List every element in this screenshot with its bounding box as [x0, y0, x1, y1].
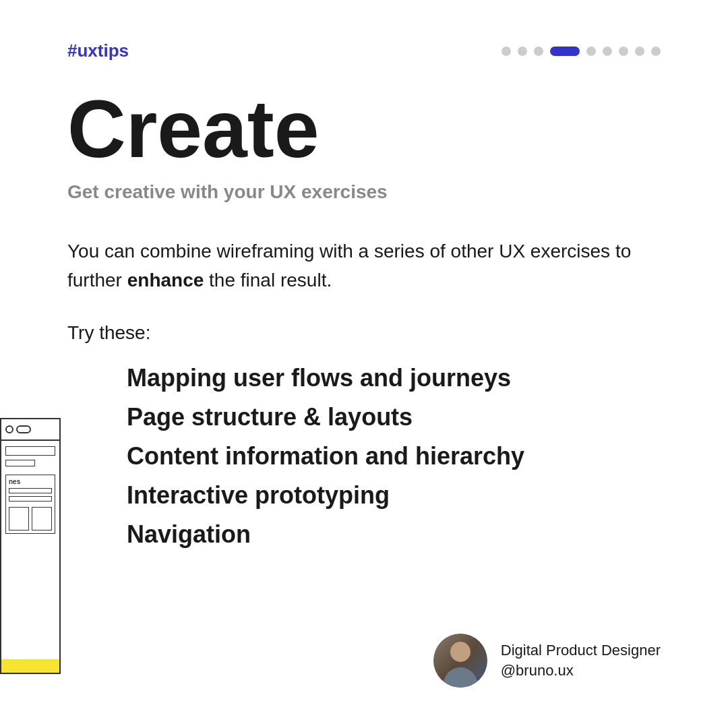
page-container: #uxtips Create Get creative with your UX… — [0, 0, 728, 728]
dot-8 — [635, 47, 644, 56]
list-item-4: Interactive prototyping — [121, 481, 661, 510]
body-text-bold: enhance — [127, 270, 204, 291]
dot-5 — [586, 47, 596, 56]
list-container: Mapping user flows and journeys Page str… — [121, 364, 661, 549]
author-title: Digital Product Designer — [501, 642, 661, 659]
dot-9 — [651, 47, 661, 56]
list-item-2: Page structure & layouts — [121, 403, 661, 431]
author-info: Digital Product Designer @bruno.ux — [501, 642, 661, 679]
page-title: Create — [67, 88, 661, 169]
dot-6 — [603, 47, 612, 56]
page-subtitle: Get creative with your UX exercises — [67, 181, 661, 203]
pagination-dots — [502, 47, 661, 56]
dot-1 — [502, 47, 511, 56]
dot-4-active — [550, 47, 580, 56]
avatar-image — [433, 634, 487, 688]
header-row: #uxtips — [67, 40, 661, 61]
wireframe-illustration: nes — [0, 418, 61, 674]
author-handle: @bruno.ux — [501, 662, 661, 679]
try-label: Try these: — [67, 322, 661, 344]
dot-2 — [518, 47, 527, 56]
author-section: Digital Product Designer @bruno.ux — [433, 634, 661, 688]
body-paragraph: You can combine wireframing with a serie… — [67, 237, 661, 295]
dot-3 — [534, 47, 543, 56]
list-item-1: Mapping user flows and journeys — [121, 364, 661, 392]
hashtag-label: #uxtips — [67, 40, 129, 61]
avatar — [433, 634, 487, 688]
list-item-3: Content information and hierarchy — [121, 442, 661, 471]
body-text-after: the final result. — [204, 270, 332, 291]
dot-7 — [619, 47, 628, 56]
list-item-5: Navigation — [121, 520, 661, 549]
